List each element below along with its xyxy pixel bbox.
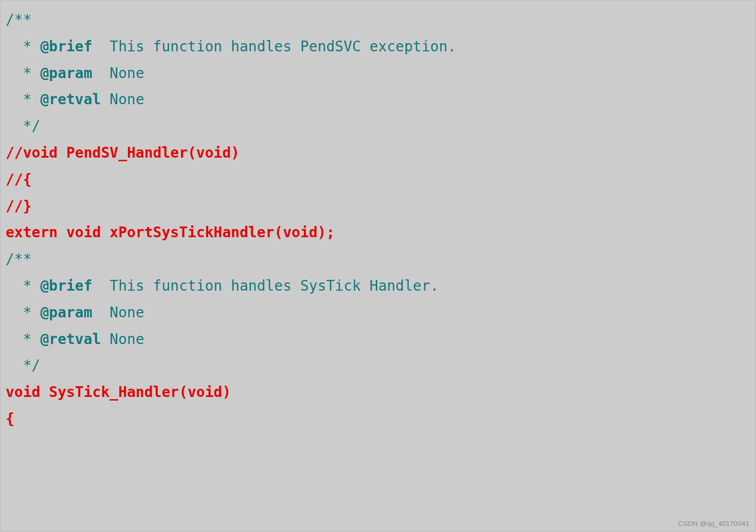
code-line-suffix: None (93, 304, 144, 321)
code-line-suffix: This function handles SysTick Handler. (93, 277, 439, 294)
code-line: extern void xPortSysTickHandler(void); (6, 224, 335, 241)
code-line-prefix: * (6, 65, 40, 82)
doxygen-tag: @retval (40, 91, 101, 108)
code-line: */ (6, 118, 40, 135)
doxygen-tag: @param (40, 65, 92, 82)
code-pre: /** * @brief This function handles PendS… (2, 2, 754, 432)
code-line-prefix: * (6, 277, 40, 294)
code-line-suffix: None (93, 65, 144, 82)
code-line-prefix: * (6, 304, 40, 321)
code-line-prefix: * (6, 91, 40, 108)
doxygen-tag: @param (40, 304, 92, 321)
watermark: CSDN @qq_40170041 (678, 520, 749, 527)
doxygen-tag: @retval (40, 331, 101, 348)
code-line-prefix: * (6, 331, 40, 348)
doxygen-tag: @brief (40, 277, 92, 294)
code-line-prefix: * (6, 38, 40, 55)
code-line: */ (6, 357, 40, 374)
code-line: /** (6, 251, 32, 268)
code-line-suffix: None (101, 331, 144, 348)
code-line: //{ (6, 171, 32, 188)
doxygen-tag: @brief (40, 38, 92, 55)
code-line: //} (6, 198, 32, 215)
code-block: /** * @brief This function handles PendS… (1, 1, 755, 531)
code-line: void SysTick_Handler(void) (6, 384, 231, 401)
code-line-suffix: None (101, 91, 144, 108)
code-line: //void PendSV_Handler(void) (6, 144, 239, 161)
code-line-suffix: This function handles PendSVC exception. (93, 38, 456, 55)
code-line: /** (6, 11, 32, 28)
code-line: { (6, 410, 14, 427)
